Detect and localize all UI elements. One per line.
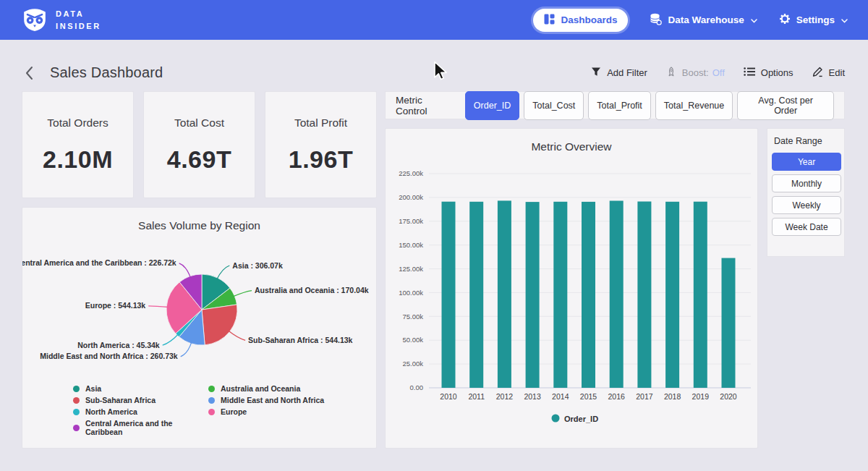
- pie-chart-card: Sales Volume by Region Asia : 306.07kAus…: [22, 207, 377, 449]
- metric-button-order-id[interactable]: Order_ID: [465, 91, 519, 120]
- boost-toggle[interactable]: Boost: Off: [666, 67, 725, 80]
- metric-button-avg-cost-per-order[interactable]: Avg. Cost per Order: [737, 91, 834, 120]
- date-range-week-date[interactable]: Week Date: [772, 218, 841, 236]
- pie-label-line: [232, 291, 252, 297]
- metric-buttons: Order_IDTotal_CostTotal_ProfitTotal_Reve…: [465, 91, 834, 120]
- pie-label-line: [228, 331, 245, 341]
- legend-item-central-america-and-the-caribbean[interactable]: Central America and the Caribbean: [73, 419, 208, 436]
- date-range-panel: Date Range YearMonthlyWeeklyWeek Date: [767, 128, 845, 257]
- left-column: Total Orders2.10MTotal Cost4.69TTotal Pr…: [22, 91, 377, 449]
- date-range-year[interactable]: Year: [772, 153, 841, 171]
- brand-logo[interactable]: DATA INSIDER: [22, 6, 101, 35]
- brand-line2: INSIDER: [56, 20, 101, 33]
- pie-label-australia-and-oceania: Australia and Oceania : 170.04k: [255, 286, 369, 294]
- x-tick-label: 2020: [720, 392, 737, 401]
- nav-item-dashboards[interactable]: Dashboards: [533, 9, 628, 32]
- bar-2016[interactable]: [610, 201, 624, 389]
- add-filter-button[interactable]: Add Filter: [591, 67, 647, 79]
- date-range-monthly[interactable]: Monthly: [772, 174, 841, 192]
- y-tick-label: 0.00: [410, 383, 424, 391]
- x-tick-label: 2010: [440, 392, 457, 401]
- x-tick-label: 2011: [468, 392, 485, 401]
- kpi-row: Total Orders2.10MTotal Cost4.69TTotal Pr…: [22, 91, 377, 198]
- pie-label-line: [163, 334, 179, 345]
- x-tick-label: 2018: [664, 392, 681, 401]
- navbar-menu: DashboardsData WarehouseSettings: [533, 9, 848, 32]
- legend-item-north-america[interactable]: North America: [73, 407, 208, 416]
- date-range-weekly[interactable]: Weekly: [772, 196, 841, 214]
- legend-dot: [73, 425, 80, 431]
- pie-label-central-america-and-the-caribbean: Central America and the Caribbean : 226.…: [22, 258, 176, 267]
- owl-logo-icon: [22, 6, 48, 35]
- gear-icon: [779, 13, 791, 27]
- legend-item-asia[interactable]: Asia: [73, 384, 208, 393]
- header-actions: Add Filter Boost: Off Options: [591, 67, 845, 80]
- metric-button-total-revenue[interactable]: Total_Revenue: [655, 91, 733, 120]
- brand-text: DATA INSIDER: [56, 8, 101, 32]
- pie-legend: AsiaAustralia and OceaniaSub-Saharan Afr…: [73, 384, 376, 436]
- nav-item-data-warehouse[interactable]: Data Warehouse: [650, 13, 757, 27]
- legend-dot: [208, 397, 215, 404]
- database-icon: [650, 13, 662, 27]
- bar-legend-order-id[interactable]: Order_ID: [552, 415, 599, 423]
- chart-row: Metric Overview 225.00k200.00k175.00k150…: [385, 128, 845, 449]
- right-column: Metric Control Order_IDTotal_CostTotal_P…: [385, 91, 845, 449]
- x-tick-label: 2012: [496, 392, 514, 401]
- kpi-label: Total Profit: [265, 116, 376, 130]
- bar-chart-card: Metric Overview 225.00k200.00k175.00k150…: [385, 128, 758, 449]
- kpi-card-total-profit: Total Profit1.96T: [265, 91, 377, 198]
- bar-2013[interactable]: [526, 202, 540, 388]
- legend-dot: [208, 386, 215, 392]
- bar-2011[interactable]: [469, 202, 483, 388]
- legend-item-europe[interactable]: Europe: [208, 407, 376, 416]
- y-tick-label: 200.00k: [399, 193, 423, 201]
- legend-dot: [208, 409, 215, 415]
- legend-dot: [73, 409, 80, 415]
- metric-control-bar: Metric Control Order_IDTotal_CostTotal_P…: [385, 91, 845, 119]
- pie-label-asia: Asia : 306.07k: [232, 261, 283, 270]
- x-tick-label: 2015: [580, 392, 597, 401]
- edit-button[interactable]: Edit: [812, 67, 845, 80]
- x-tick-label: 2019: [692, 392, 710, 401]
- metric-button-total-cost[interactable]: Total_Cost: [524, 91, 584, 120]
- bar-2014[interactable]: [553, 202, 567, 388]
- legend-dot: [552, 415, 560, 423]
- kpi-label: Total Cost: [144, 116, 255, 130]
- legend-dot: [73, 386, 80, 392]
- pie-chart-title: Sales Volume by Region: [22, 219, 376, 232]
- y-tick-label: 175.00k: [399, 217, 423, 225]
- pie-chart: Asia : 306.07kAustralia and Oceania : 17…: [22, 237, 377, 381]
- x-tick-label: 2016: [608, 392, 626, 401]
- metric-button-total-profit[interactable]: Total_Profit: [588, 91, 651, 120]
- legend-item-middle-east-and-north-africa[interactable]: Middle East and North Africa: [208, 396, 376, 404]
- y-tick-label: 100.00k: [399, 289, 423, 297]
- bar-2017[interactable]: [637, 202, 651, 389]
- chevron-down-icon: [751, 14, 757, 25]
- back-button[interactable]: [25, 66, 33, 80]
- brand-line1: DATA: [56, 8, 101, 20]
- legend-dot: [73, 397, 80, 404]
- y-tick-label: 125.00k: [399, 265, 423, 273]
- rocket-icon: [666, 67, 676, 80]
- legend-item-australia-and-oceania[interactable]: Australia and Oceania: [208, 384, 376, 393]
- bar-2020[interactable]: [722, 258, 736, 388]
- bar-2018[interactable]: [665, 202, 679, 388]
- pie-slice-sub-saharan-africa[interactable]: [202, 305, 237, 345]
- bar-2012[interactable]: [498, 200, 511, 388]
- x-tick-label: 2013: [524, 392, 541, 401]
- kpi-value: 1.96T: [265, 145, 376, 174]
- kpi-value: 2.10M: [22, 145, 133, 174]
- legend-item-sub-saharan-africa[interactable]: Sub-Saharan Africa: [73, 396, 208, 404]
- nav-item-settings[interactable]: Settings: [779, 13, 848, 27]
- pie-label-europe: Europe : 544.13k: [85, 301, 146, 310]
- bar-2010[interactable]: [442, 202, 456, 388]
- pencil-icon: [812, 67, 823, 80]
- bar-2015[interactable]: [582, 202, 595, 388]
- bar-chart-title: Metric Overview: [386, 140, 757, 153]
- pie-label-line: [181, 341, 192, 357]
- bar-2019[interactable]: [694, 202, 707, 388]
- x-tick-label: 2014: [552, 392, 569, 401]
- dashboard-icon: [544, 14, 555, 27]
- boost-status: Off: [712, 67, 725, 78]
- options-button[interactable]: Options: [744, 67, 793, 79]
